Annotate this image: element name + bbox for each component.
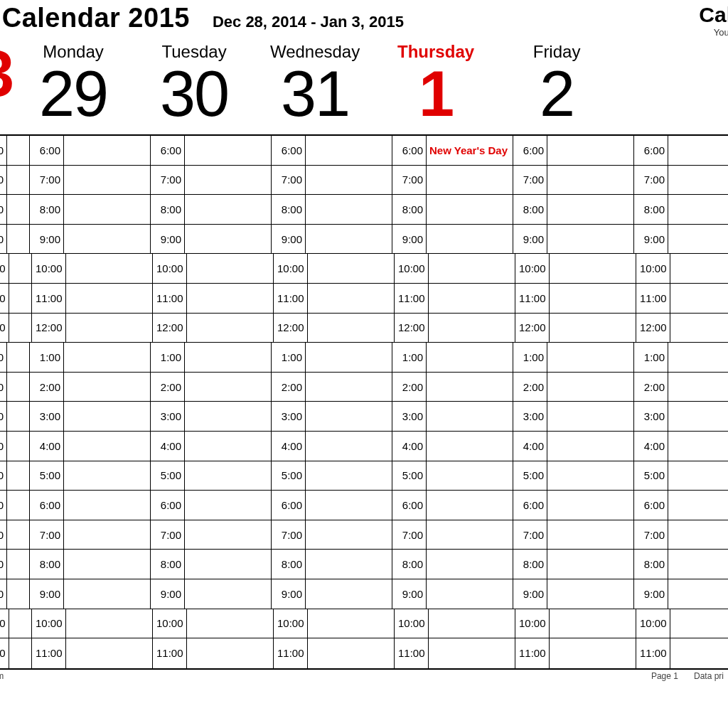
- event-cell[interactable]: [185, 402, 272, 431]
- event-cell[interactable]: [427, 520, 513, 550]
- event-cell[interactable]: [7, 402, 30, 431]
- event-cell[interactable]: [308, 609, 395, 638]
- event-cell[interactable]: [547, 550, 634, 579]
- event-cell[interactable]: [64, 373, 151, 402]
- event-cell[interactable]: [66, 314, 153, 343]
- event-cell[interactable]: [64, 432, 151, 461]
- event-cell[interactable]: [427, 225, 513, 254]
- event-cell[interactable]: [427, 195, 513, 224]
- event-cell[interactable]: [670, 254, 685, 283]
- event-cell[interactable]: [668, 343, 682, 372]
- event-cell[interactable]: [306, 225, 392, 254]
- event-cell[interactable]: [185, 373, 272, 402]
- event-cell[interactable]: [668, 166, 682, 195]
- event-cell[interactable]: [668, 432, 682, 461]
- event-cell[interactable]: [427, 461, 513, 491]
- event-cell[interactable]: [547, 373, 634, 402]
- event-cell[interactable]: [308, 284, 395, 313]
- event-cell[interactable]: [670, 638, 685, 668]
- event-cell[interactable]: [429, 254, 515, 283]
- event-cell[interactable]: [668, 491, 682, 520]
- event-cell[interactable]: [668, 225, 682, 254]
- event-cell[interactable]: [185, 520, 272, 550]
- event-cell[interactable]: [66, 609, 153, 638]
- event-cell[interactable]: [429, 284, 515, 313]
- event-cell[interactable]: [187, 254, 274, 283]
- event-cell[interactable]: [550, 284, 636, 313]
- event-cell[interactable]: [670, 284, 685, 313]
- event-cell[interactable]: [64, 225, 151, 254]
- event-cell[interactable]: [306, 195, 392, 224]
- event-cell[interactable]: [185, 579, 272, 609]
- event-cell[interactable]: [64, 136, 151, 165]
- event-cell[interactable]: [9, 609, 32, 638]
- event-cell[interactable]: [429, 314, 515, 343]
- event-cell[interactable]: [7, 520, 30, 550]
- event-cell[interactable]: [547, 166, 634, 195]
- event-cell[interactable]: [185, 491, 272, 520]
- event-cell[interactable]: [7, 166, 30, 195]
- event-cell[interactable]: [64, 402, 151, 431]
- event-cell[interactable]: New Year's Day: [427, 136, 513, 165]
- event-cell[interactable]: [306, 461, 392, 491]
- event-cell[interactable]: [7, 136, 30, 165]
- event-cell[interactable]: [9, 638, 32, 668]
- event-cell[interactable]: [308, 254, 395, 283]
- event-cell[interactable]: [429, 609, 515, 638]
- event-cell[interactable]: [306, 520, 392, 550]
- event-cell[interactable]: [306, 550, 392, 579]
- event-cell[interactable]: [66, 254, 153, 283]
- event-cell[interactable]: [7, 461, 30, 491]
- event-cell[interactable]: [306, 579, 392, 609]
- event-cell[interactable]: [187, 314, 274, 343]
- event-cell[interactable]: [64, 579, 151, 609]
- event-cell[interactable]: [187, 609, 274, 638]
- event-cell[interactable]: [427, 579, 513, 609]
- event-cell[interactable]: [306, 402, 392, 431]
- event-cell[interactable]: [7, 195, 30, 224]
- event-cell[interactable]: [668, 373, 682, 402]
- event-cell[interactable]: [668, 550, 682, 579]
- event-cell[interactable]: [550, 638, 636, 668]
- event-cell[interactable]: [547, 343, 634, 372]
- event-cell[interactable]: [7, 373, 30, 402]
- event-cell[interactable]: [64, 550, 151, 579]
- event-cell[interactable]: [306, 432, 392, 461]
- event-cell[interactable]: [187, 638, 274, 668]
- event-cell[interactable]: [429, 638, 515, 668]
- event-cell[interactable]: [306, 491, 392, 520]
- event-cell[interactable]: [7, 579, 30, 609]
- event-cell[interactable]: [9, 284, 32, 313]
- event-cell[interactable]: [185, 461, 272, 491]
- event-cell[interactable]: [185, 166, 272, 195]
- event-cell[interactable]: [66, 638, 153, 668]
- event-cell[interactable]: [66, 284, 153, 313]
- event-cell[interactable]: [550, 254, 636, 283]
- event-cell[interactable]: [427, 343, 513, 372]
- event-cell[interactable]: [64, 491, 151, 520]
- event-cell[interactable]: [550, 314, 636, 343]
- event-cell[interactable]: [64, 343, 151, 372]
- event-cell[interactable]: [306, 166, 392, 195]
- event-cell[interactable]: [9, 254, 32, 283]
- event-cell[interactable]: [306, 373, 392, 402]
- event-cell[interactable]: [668, 402, 682, 431]
- event-cell[interactable]: [547, 461, 634, 491]
- event-cell[interactable]: [547, 402, 634, 431]
- event-cell[interactable]: [64, 520, 151, 550]
- event-cell[interactable]: [427, 166, 513, 195]
- event-cell[interactable]: [308, 314, 395, 343]
- event-cell[interactable]: [547, 491, 634, 520]
- event-cell[interactable]: [7, 225, 30, 254]
- event-cell[interactable]: [427, 550, 513, 579]
- event-cell[interactable]: [668, 461, 682, 491]
- event-cell[interactable]: [668, 195, 682, 224]
- event-cell[interactable]: [185, 225, 272, 254]
- event-cell[interactable]: [185, 550, 272, 579]
- event-cell[interactable]: [670, 314, 685, 343]
- event-cell[interactable]: [547, 136, 634, 165]
- event-cell[interactable]: [427, 402, 513, 431]
- event-cell[interactable]: [670, 609, 685, 638]
- event-cell[interactable]: [668, 579, 682, 609]
- event-cell[interactable]: [7, 550, 30, 579]
